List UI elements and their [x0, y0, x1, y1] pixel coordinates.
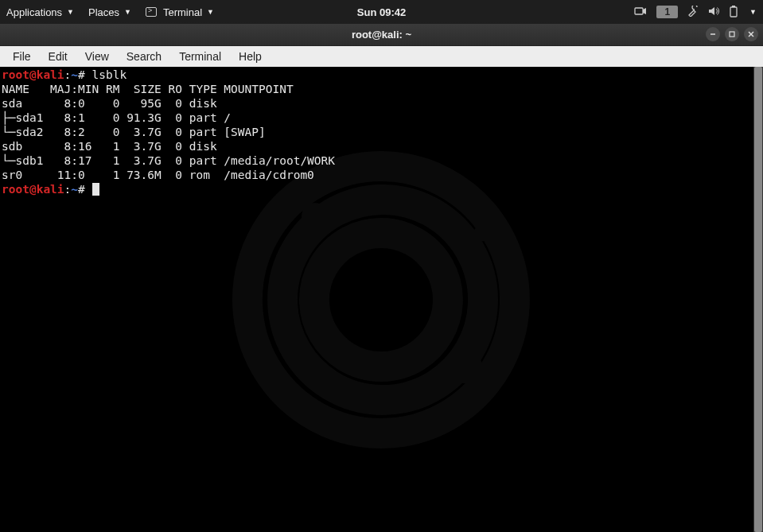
terminal-icon [146, 7, 157, 17]
svg-rect-2 [732, 6, 735, 7]
places-menu[interactable]: Places ▼ [88, 6, 131, 18]
lsblk-row: └─sdb1 8:17 1 3.7G 0 part /media/root/WO… [2, 154, 335, 167]
prompt-hash: # [78, 68, 85, 81]
prompt-path: ~ [71, 183, 78, 196]
scrollbar-thumb[interactable] [754, 67, 762, 532]
terminal-scrollbar[interactable] [753, 67, 763, 532]
lsblk-row: sda 8:0 0 95G 0 disk [2, 97, 224, 110]
lsblk-header: NAME MAJ:MIN RM SIZE RO TYPE MOUNTPOINT [2, 83, 294, 95]
lsblk-row: sr0 11:0 1 73.6M 0 rom /media/cdrom0 [2, 169, 314, 181]
prompt-path: ~ [71, 68, 78, 81]
terminal-menu[interactable]: Terminal ▼ [146, 6, 214, 18]
topbar-right: 1 ▼ [634, 5, 757, 20]
close-button[interactable] [744, 27, 758, 41]
volume-icon[interactable] [708, 6, 719, 19]
svg-point-8 [449, 350, 482, 383]
svg-point-9 [271, 373, 291, 393]
window-titlebar[interactable]: root@kali: ~ [0, 24, 763, 46]
svg-rect-4 [730, 32, 734, 37]
prompt-colon: : [64, 68, 72, 81]
prompt-user: root@kali [2, 68, 64, 81]
menu-search[interactable]: Search [119, 49, 169, 64]
menu-file[interactable]: File [5, 49, 39, 64]
menubar: File Edit View Search Terminal Help [0, 46, 763, 67]
topbar-left: Applications ▼ Places ▼ Terminal ▼ [6, 6, 214, 18]
workspace-indicator[interactable]: 1 [656, 6, 678, 18]
terminal-content[interactable]: root@kali:~# lsblk NAME MAJ:MIN RM SIZE … [0, 67, 763, 197]
cursor [92, 183, 99, 196]
lsblk-row: sdb 8:16 1 3.7G 0 disk [2, 140, 224, 153]
maximize-button[interactable] [725, 27, 739, 41]
minimize-button[interactable] [706, 27, 720, 41]
menu-edit[interactable]: Edit [41, 49, 76, 64]
battery-icon[interactable] [729, 5, 738, 20]
command-1: lsblk [85, 68, 127, 81]
chevron-down-icon: ▼ [207, 8, 214, 16]
applications-menu[interactable]: Applications ▼ [6, 6, 74, 18]
prompt-user: root@kali [2, 183, 64, 196]
clock-text: Sun 09:42 [357, 6, 406, 18]
system-menu-chevron[interactable]: ▼ [749, 8, 757, 16]
lsblk-row: ├─sda1 8:1 0 91.3G 0 part / [2, 111, 231, 124]
terminal-window: root@kali: ~ File Edit View Search Termi… [0, 24, 763, 532]
menu-help[interactable]: Help [231, 49, 270, 64]
svg-point-7 [302, 203, 329, 230]
places-label: Places [88, 6, 119, 18]
camera-icon[interactable] [634, 6, 647, 19]
chevron-down-icon: ▼ [124, 8, 131, 16]
window-title: root@kali: ~ [352, 29, 411, 41]
lsblk-row: └─sda2 8:2 0 3.7G 0 part [SWAP] [2, 126, 266, 138]
svg-point-10 [473, 224, 490, 241]
chevron-down-icon: ▼ [67, 8, 74, 16]
terminal-label: Terminal [163, 6, 202, 18]
terminal-body[interactable]: root@kali:~# lsblk NAME MAJ:MIN RM SIZE … [0, 67, 763, 532]
tool-icon[interactable] [687, 6, 699, 19]
gnome-topbar: Applications ▼ Places ▼ Terminal ▼ Sun 0… [0, 0, 763, 24]
applications-label: Applications [6, 6, 62, 18]
svg-rect-0 [635, 8, 643, 14]
menu-view[interactable]: View [77, 49, 117, 64]
prompt-hash: # [78, 183, 85, 196]
clock[interactable]: Sun 09:42 [357, 6, 406, 18]
svg-rect-1 [730, 7, 737, 17]
window-controls [706, 27, 758, 41]
menu-terminal[interactable]: Terminal [171, 49, 229, 64]
prompt-colon: : [64, 183, 72, 196]
